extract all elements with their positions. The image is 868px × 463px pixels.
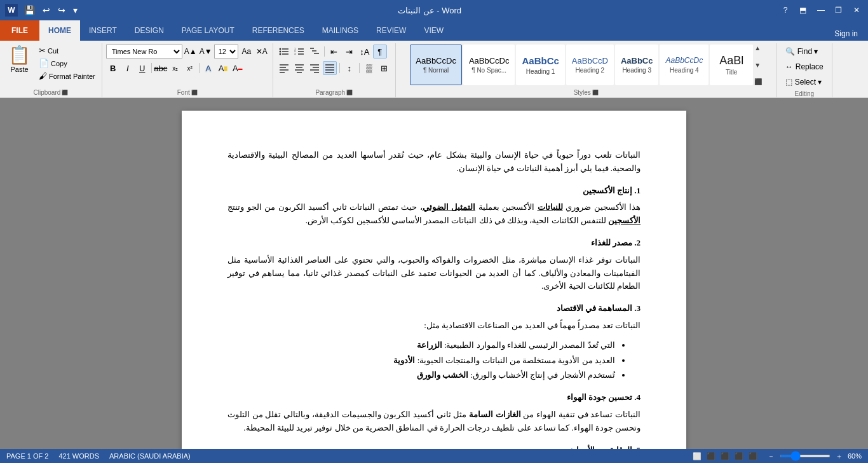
strikethrough-button[interactable]: abc xyxy=(154,61,168,75)
document-page[interactable]: النباتات تلعب دوراً حيوياً في حياة الإنس… xyxy=(182,111,686,449)
bold-button[interactable]: B xyxy=(106,61,120,75)
list-item: التي تُعدّ المصدر الرئيسي للغذاء والموار… xyxy=(227,339,615,352)
select-button[interactable]: ⬚ Select ▾ xyxy=(781,75,827,89)
style-heading3[interactable]: AaBbCc Heading 3 xyxy=(615,45,659,85)
list-item: تُستخدم الأشجار في إنتاج الأخشاب والورق:… xyxy=(227,369,615,382)
tab-view[interactable]: VIEW xyxy=(415,20,452,41)
font-color-button[interactable]: A▬ xyxy=(231,61,245,75)
zoom-out-button[interactable]: － xyxy=(768,452,775,461)
font-group-label: Font ⬛ xyxy=(177,89,198,96)
style-heading1-label: Heading 1 xyxy=(526,68,555,75)
styles-gallery: AaBbCcDc ¶ Normal AaBbCcDc ¶ No Spac... … xyxy=(410,45,753,85)
undo-button[interactable]: ↩ xyxy=(40,4,53,17)
styles-scroll-down[interactable]: ▼ xyxy=(754,62,762,69)
paste-label: Paste xyxy=(10,66,28,73)
styles-dialog-button[interactable]: ⬛ xyxy=(592,90,599,95)
customize-quick-access-button[interactable]: ▾ xyxy=(71,4,80,17)
tab-page-layout[interactable]: PAGE LAYOUT xyxy=(173,20,243,41)
zoom-in-button[interactable]: ＋ xyxy=(836,452,843,461)
redo-button[interactable]: ↪ xyxy=(55,4,68,17)
save-button[interactable]: 💾 xyxy=(22,4,37,17)
replace-button[interactable]: ↔ Replace xyxy=(781,60,828,74)
font-name-select[interactable]: Times New Ro xyxy=(106,45,182,59)
view-draft-button[interactable]: ⬛ xyxy=(749,452,757,460)
restore-button[interactable]: ❐ xyxy=(832,4,845,17)
ribbon-display-button[interactable]: ⬒ xyxy=(797,4,810,17)
format-painter-icon: 🖌 xyxy=(39,71,47,81)
view-full-screen-button[interactable]: ⬛ xyxy=(707,452,715,460)
sort-button[interactable]: ↕A xyxy=(358,45,372,59)
subscript-button[interactable]: x₂ xyxy=(168,61,182,75)
shading-button[interactable]: ▒ xyxy=(362,61,376,75)
editing-content: 🔍 Find ▾ ↔ Replace ⬚ Select ▾ xyxy=(781,45,828,89)
underline-button[interactable]: U xyxy=(135,61,149,75)
doc-section-4: 4. تحسين جودة الهواء النباتات تساعد في ت… xyxy=(227,391,641,434)
styles-more[interactable]: ⬛ xyxy=(754,78,762,85)
view-web-layout-button[interactable]: ⬛ xyxy=(721,452,729,460)
multilevel-list-button[interactable] xyxy=(308,45,322,59)
align-right-button[interactable] xyxy=(308,61,322,75)
copy-label: Copy xyxy=(51,60,67,67)
font-dialog-button[interactable]: ⬛ xyxy=(191,90,198,95)
decrease-font-size-button[interactable]: A▼ xyxy=(199,45,213,59)
divider-3 xyxy=(324,46,325,57)
copy-button[interactable]: 📄 Copy xyxy=(36,57,98,69)
center-button[interactable] xyxy=(292,61,306,75)
format-painter-button[interactable]: 🖌 Format Painter xyxy=(36,70,98,82)
justify-button[interactable] xyxy=(323,61,337,75)
zoom-slider[interactable] xyxy=(780,455,831,457)
help-button[interactable]: ? xyxy=(779,4,792,17)
tab-insert[interactable]: INSERT xyxy=(80,20,126,41)
bullets-button[interactable] xyxy=(277,45,291,59)
line-spacing-button[interactable]: ↕ xyxy=(342,61,356,75)
view-print-layout-button[interactable]: ⬜ xyxy=(693,452,702,460)
find-button[interactable]: 🔍 Find ▾ xyxy=(781,45,823,59)
ribbon: 📋 Paste ✂ Cut 📄 Copy 🖌 Format Painter xyxy=(0,41,868,98)
cut-button[interactable]: ✂ Cut xyxy=(36,45,98,57)
borders-button[interactable]: ⊞ xyxy=(377,61,391,75)
clear-formatting-button[interactable]: ✕A xyxy=(255,45,269,59)
document-area: النباتات تلعب دوراً حيوياً في حياة الإنس… xyxy=(0,98,868,449)
styles-scroll-buttons: ▲ ▼ ⬛ xyxy=(754,45,762,85)
style-heading2-preview: AaBbCcD xyxy=(572,56,608,66)
clipboard-dialog-button[interactable]: ⬛ xyxy=(62,90,68,95)
tab-design[interactable]: DESIGN xyxy=(126,20,173,41)
view-outline-button[interactable]: ⬛ xyxy=(735,452,743,460)
sign-in-button[interactable]: Sign in xyxy=(829,27,863,41)
show-hide-button[interactable]: ¶ xyxy=(373,45,387,59)
align-left-button[interactable] xyxy=(277,61,291,75)
paragraph-dialog-button[interactable]: ⬛ xyxy=(346,90,353,95)
tab-references[interactable]: REFERENCES xyxy=(243,20,313,41)
list-item: العديد من الأدوية مستخلصة من النباتات وا… xyxy=(227,354,615,368)
increase-indent-button[interactable]: ⇥ xyxy=(342,45,356,59)
format-painter-label: Format Painter xyxy=(49,73,95,80)
text-effects-button[interactable]: A xyxy=(201,61,215,75)
status-bar: PAGE 1 OF 2 421 WORDS ARABIC (SAUDI ARAB… xyxy=(0,449,868,463)
text-highlight-button[interactable]: A▓ xyxy=(216,61,230,75)
style-heading4[interactable]: AaBbCcDc Heading 4 xyxy=(660,45,709,85)
divider-5 xyxy=(359,63,360,73)
numbering-button[interactable]: 1.2.3. xyxy=(292,45,306,59)
paste-button[interactable]: 📋 Paste xyxy=(4,45,35,75)
style-heading1[interactable]: AaBbCc Heading 1 xyxy=(516,45,564,85)
tab-file[interactable]: FILE xyxy=(0,20,39,41)
tab-review[interactable]: REVIEW xyxy=(367,20,415,41)
superscript-button[interactable]: x² xyxy=(183,61,197,75)
decrease-indent-button[interactable]: ⇤ xyxy=(327,45,341,59)
styles-scroll-up[interactable]: ▲ xyxy=(754,45,762,52)
style-heading2[interactable]: AaBbCcD Heading 2 xyxy=(566,45,614,85)
italic-button[interactable]: I xyxy=(121,61,135,75)
style-no-spacing[interactable]: AaBbCcDc ¶ No Spac... xyxy=(463,45,515,85)
minimize-button[interactable]: — xyxy=(815,4,827,17)
change-case-button[interactable]: Aa xyxy=(240,45,254,59)
style-title[interactable]: AaBl Title xyxy=(710,45,753,85)
close-button[interactable]: ✕ xyxy=(850,4,863,17)
font-size-select[interactable]: 12 xyxy=(214,45,238,59)
section-2-content: النباتات توفر غذاء الإنسان مباشرة، مثل ا… xyxy=(227,254,641,293)
tab-home[interactable]: HOME xyxy=(39,20,80,41)
title-bar-left: W 💾 ↩ ↪ ▾ xyxy=(5,4,80,17)
increase-font-size-button[interactable]: A▲ xyxy=(184,45,198,59)
style-normal[interactable]: AaBbCcDc ¶ Normal xyxy=(410,45,462,85)
tab-mailings[interactable]: MAILINGS xyxy=(313,20,367,41)
window-title: عن النبتات - Word xyxy=(398,6,461,15)
